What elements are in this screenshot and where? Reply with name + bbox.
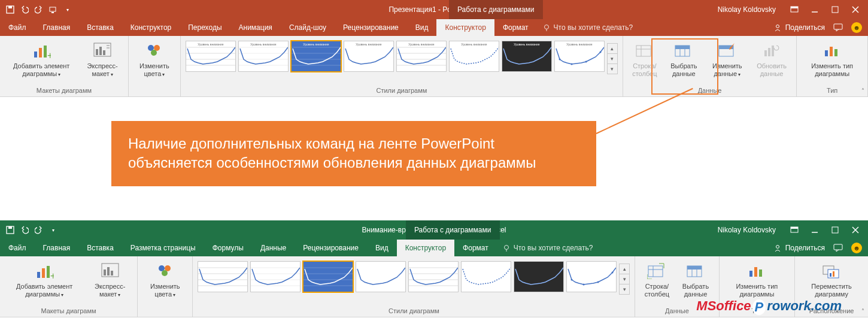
chart-style-7[interactable] xyxy=(514,261,564,292)
change-colors-button[interactable]: Изменить цвета▾ xyxy=(142,259,187,299)
chart-style-8[interactable] xyxy=(566,261,617,292)
tab-file[interactable]: Файл xyxy=(0,240,35,256)
tell-me-search[interactable]: Что вы хотите сделать? xyxy=(497,240,599,256)
feedback-icon[interactable]: ☻ xyxy=(851,22,862,33)
tab-chart-design[interactable]: Конструктор xyxy=(436,19,494,36)
tell-me-search[interactable]: Что вы хотите сделать? xyxy=(537,19,639,36)
collapse-ribbon-icon[interactable]: ˄ xyxy=(861,87,864,94)
gallery-scroll-up[interactable]: ▴ xyxy=(620,264,629,274)
gallery-expand[interactable]: ▾ xyxy=(608,64,617,74)
gallery-expand[interactable]: ▾ xyxy=(620,284,629,294)
tab-format[interactable]: Формат xyxy=(454,240,497,256)
chart-style-2[interactable] xyxy=(250,261,301,292)
select-data-button[interactable]: Выбрать данные xyxy=(677,259,714,299)
group-label-type: Тип xyxy=(751,305,762,317)
gallery-scroll-down[interactable]: ▾ xyxy=(608,54,617,64)
select-data-button[interactable]: Выбрать данные xyxy=(665,38,703,79)
svg-point-74 xyxy=(583,284,585,286)
tab-slideshow[interactable]: Слайд-шоу xyxy=(281,19,335,36)
chart-style-4[interactable]: Уровень внимания xyxy=(344,41,394,72)
change-chart-type-button[interactable]: Изменить тип диаграммы xyxy=(802,38,863,79)
redo-icon[interactable] xyxy=(35,226,43,234)
add-chart-element-button[interactable]: + Добавить элемент диаграммы▾ xyxy=(5,38,78,79)
group-chart-layouts: + Добавить элемент диаграммы▾ Экспресс-м… xyxy=(0,36,129,96)
start-from-beginning-icon[interactable] xyxy=(49,5,57,14)
chart-style-6[interactable] xyxy=(461,261,511,292)
svg-point-30 xyxy=(151,50,157,56)
add-chart-element-icon: + xyxy=(32,41,51,60)
svg-rect-51 xyxy=(8,226,12,229)
chart-style-7[interactable]: Уровень внимания xyxy=(502,41,552,72)
tab-formulas[interactable]: Формулы xyxy=(204,240,252,256)
tab-home[interactable]: Главная xyxy=(35,19,79,36)
save-icon[interactable] xyxy=(6,5,14,14)
svg-rect-45 xyxy=(768,48,770,56)
chart-style-1[interactable]: Уровень внимания xyxy=(186,41,236,72)
add-chart-element-button[interactable]: + Добавить элемент диаграммы▾ xyxy=(5,259,84,299)
chart-style-2[interactable]: Уровень внимания xyxy=(238,41,289,72)
chart-style-6[interactable]: Уровень внимания xyxy=(449,41,499,72)
tab-review[interactable]: Рецензирование xyxy=(335,19,407,36)
quick-layout-button[interactable]: Экспресс-макет▾ xyxy=(81,38,123,79)
quick-access-toolbar: ▾ xyxy=(0,226,63,234)
tab-insert[interactable]: Вставка xyxy=(78,240,122,256)
tab-format[interactable]: Формат xyxy=(494,19,537,36)
tab-data[interactable]: Данные xyxy=(252,240,295,256)
comments-icon[interactable] xyxy=(833,244,843,252)
feedback-icon[interactable]: ☻ xyxy=(851,243,862,253)
edit-data-button[interactable]: Изменить данные▾ xyxy=(706,38,748,79)
account-name[interactable]: Nikolay Koldovsky xyxy=(718,5,776,14)
undo-icon[interactable] xyxy=(20,5,29,14)
maximize-icon[interactable] xyxy=(831,5,839,14)
share-button[interactable]: Поделиться xyxy=(773,23,825,32)
ribbon-display-options-icon[interactable] xyxy=(790,5,799,14)
close-icon[interactable] xyxy=(851,5,860,14)
tab-review[interactable]: Рецензирование xyxy=(295,240,367,256)
comments-icon[interactable] xyxy=(833,23,843,32)
chart-style-4[interactable] xyxy=(356,261,406,292)
account-name[interactable]: Nikolay Koldovsky xyxy=(718,226,776,234)
move-chart-button[interactable]: Переместить диаграмму xyxy=(800,259,863,299)
tab-pagelayout[interactable]: Разметка страницы xyxy=(122,240,204,256)
quick-layout-button[interactable]: Экспресс-макет▾ xyxy=(87,259,132,299)
save-icon[interactable] xyxy=(6,226,14,234)
tab-view[interactable]: Вид xyxy=(407,19,437,36)
ribbon-display-options-icon[interactable] xyxy=(790,226,799,234)
change-colors-button[interactable]: Изменить цвета▾ xyxy=(133,38,175,79)
switch-row-column-button[interactable]: Строка/ столбец xyxy=(640,259,673,299)
qat-more-icon[interactable]: ▾ xyxy=(63,5,72,14)
share-button[interactable]: Поделиться xyxy=(773,244,825,252)
minimize-icon[interactable] xyxy=(811,5,819,14)
xl-ribbon-tabs: Файл Главная Вставка Разметка страницы Ф… xyxy=(0,240,868,256)
tab-insert[interactable]: Вставка xyxy=(78,19,122,36)
select-data-icon xyxy=(674,41,693,60)
svg-rect-69 xyxy=(111,271,113,275)
undo-icon[interactable] xyxy=(20,226,29,234)
chart-style-3[interactable]: Уровень внимания xyxy=(291,41,341,72)
svg-rect-18 xyxy=(34,52,37,57)
tab-chart-design[interactable]: Конструктор xyxy=(397,240,454,256)
tab-transitions[interactable]: Переходы xyxy=(180,19,230,36)
change-chart-type-button[interactable]: Изменить тип диаграммы xyxy=(724,259,790,299)
tab-file[interactable]: Файл xyxy=(0,19,35,36)
gallery-scroll-up[interactable]: ▴ xyxy=(608,44,617,54)
minimize-icon[interactable] xyxy=(811,226,819,234)
maximize-icon[interactable] xyxy=(831,226,839,234)
svg-rect-55 xyxy=(832,227,838,233)
tab-design[interactable]: Конструктор xyxy=(122,19,180,36)
svg-rect-90 xyxy=(833,271,834,277)
chart-style-5[interactable]: Уровень внимания xyxy=(396,41,447,72)
redo-icon[interactable] xyxy=(35,5,43,14)
group-chart-colors: Изменить цвета▾ xyxy=(138,256,193,317)
gallery-scroll-down[interactable]: ▾ xyxy=(620,274,629,284)
collapse-ribbon-icon[interactable]: ˄ xyxy=(861,308,864,314)
chart-style-8[interactable]: Уровень внимания xyxy=(554,41,605,72)
chart-style-3[interactable] xyxy=(303,261,353,292)
qat-more-icon[interactable]: ▾ xyxy=(49,226,57,234)
tab-animations[interactable]: Анимация xyxy=(230,19,281,36)
chart-style-1[interactable] xyxy=(198,261,248,292)
chart-style-5[interactable] xyxy=(408,261,459,292)
close-icon[interactable] xyxy=(851,226,860,234)
tab-home[interactable]: Главная xyxy=(35,240,79,256)
tab-view[interactable]: Вид xyxy=(367,240,397,256)
